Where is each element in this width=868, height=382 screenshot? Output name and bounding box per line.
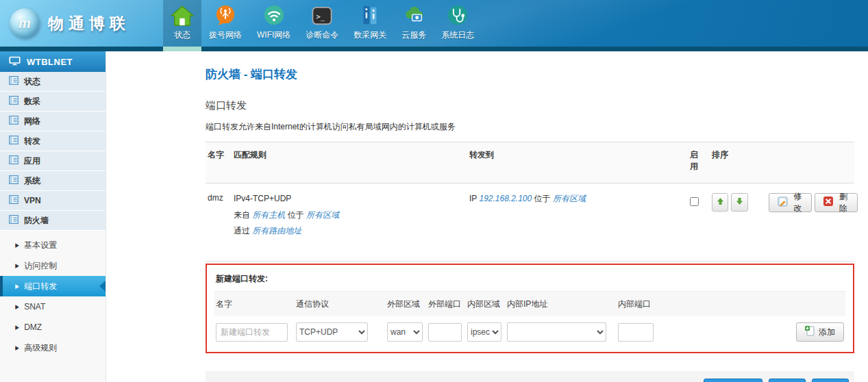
device-name: WTBLNET <box>27 57 73 67</box>
caret-right-icon: ▶ <box>15 344 19 351</box>
save-apply-button[interactable]: 保存&应用 <box>704 379 762 382</box>
col-header-sort: 排序 <box>712 149 852 173</box>
section-title: 端口转发 <box>206 99 854 112</box>
rule-protocol: IPv4-TCP+UDP <box>234 193 469 205</box>
label-name: 名字 <box>216 298 296 310</box>
rule-actions-cell: 修改 删除 <box>712 193 859 212</box>
brand-globe-icon: m <box>10 8 40 38</box>
sidebar-subitem-access-control[interactable]: ▶ 访问控制 <box>0 255 106 276</box>
list-icon <box>9 175 18 186</box>
external-port-input[interactable] <box>428 323 462 342</box>
rule-match-cell: IPv4-TCP+UDP 来自 所有主机 位于 所有区域 通过 所有路由地址 <box>234 193 469 242</box>
list-icon <box>9 96 18 107</box>
port-forward-table: 名字 匹配规则 转发到 启用 排序 dmz IPv4-TCP+UDP 来自 所有… <box>206 142 854 262</box>
caret-right-icon: ▶ <box>15 283 19 290</box>
tab-data-gateway[interactable]: 数采网关 <box>346 0 394 47</box>
page-title: 防火墙 - 端口转发 <box>206 66 854 82</box>
col-header-match: 匹配规则 <box>234 149 469 173</box>
move-up-button[interactable] <box>712 193 728 212</box>
tab-status[interactable]: 状态 <box>163 0 201 47</box>
forward-zone-link[interactable]: 所有区域 <box>553 194 586 203</box>
router-admin-page: m 物通博联 状态 拨号网络 WIFI网络 <box>0 0 868 382</box>
arrow-up-icon <box>717 197 724 207</box>
sidebar-item-status[interactable]: 状态 <box>0 72 106 92</box>
add-button[interactable]: 添加 <box>796 322 844 342</box>
external-zone-select[interactable]: wan <box>387 322 423 342</box>
col-header-name: 名字 <box>208 149 234 173</box>
sidebar-item-forward[interactable]: 转发 <box>0 131 106 151</box>
tab-system-log[interactable]: 系统日志 <box>434 0 482 47</box>
new-forward-labels-row: 名字 通信协议 外部区域 外部端口 内部区域 内部IP地址 内部端口 <box>214 292 845 316</box>
label-protocol: 通信协议 <box>296 298 387 310</box>
monitor-icon <box>9 56 21 68</box>
firewall-submenu: ▶ 基本设置 ▶ 访问控制 ▶ 端口转发 ▶ SNAT ▶ DMZ ▶ 高级规则 <box>0 231 106 358</box>
caret-right-icon: ▶ <box>15 262 19 269</box>
table-row: dmz IPv4-TCP+UDP 来自 所有主机 位于 所有区域 通过 所有路由… <box>206 183 854 262</box>
bottom-action-bar: 保存&应用 保存 复位 <box>206 371 854 382</box>
rule-name: dmz <box>208 193 234 203</box>
sidebar-item-network[interactable]: 网络 <box>0 112 106 131</box>
col-header-forward: 转发到 <box>469 149 690 173</box>
arrow-down-icon <box>736 197 743 207</box>
svg-text:>_: >_ <box>317 12 325 21</box>
rule-enable-checkbox[interactable] <box>690 197 699 206</box>
sidebar-item-vpn[interactable]: VPN <box>0 191 106 211</box>
move-down-button[interactable] <box>731 193 747 212</box>
device-name-header: WTBLNET <box>0 51 106 72</box>
tab-cloud-service[interactable]: 云服务 <box>394 0 434 47</box>
caret-right-icon: ▶ <box>15 303 19 310</box>
nav-tabs: 状态 拨号网络 WIFI网络 >_ 诊断命令 <box>163 0 482 47</box>
dial-network-icon <box>214 1 236 26</box>
label-internal-ip: 内部IP地址 <box>507 298 618 310</box>
home-icon <box>171 1 194 26</box>
sidebar-subitem-snat[interactable]: ▶ SNAT <box>0 296 106 317</box>
name-input[interactable] <box>216 323 288 342</box>
gateway-icon <box>359 1 381 26</box>
stethoscope-icon <box>447 1 469 26</box>
section-description: 端口转发允许来自Internet的计算机访问私有局域网内的计算机或服务 <box>206 121 854 133</box>
sidebar-item-system[interactable]: 系统 <box>0 171 106 191</box>
top-navbar: m 物通博联 状态 拨号网络 WIFI网络 <box>0 0 868 51</box>
sidebar-item-application[interactable]: 应用 <box>0 151 106 171</box>
list-icon <box>9 116 18 127</box>
terminal-icon: >_ <box>311 1 333 26</box>
list-icon <box>9 136 18 147</box>
save-button[interactable]: 保存 <box>769 379 806 382</box>
add-page-icon <box>805 326 815 338</box>
source-host-link[interactable]: 所有主机 <box>252 210 285 220</box>
main-content: 防火墙 - 端口转发 端口转发 端口转发允许来自Internet的计算机访问私有… <box>106 51 868 382</box>
reset-button[interactable]: 复位 <box>812 379 849 382</box>
edit-rule-button[interactable]: 修改 <box>769 193 812 212</box>
protocol-select[interactable]: TCP+UDP <box>296 322 368 342</box>
sidebar: WTBLNET 状态 数采 网络 转发 应用 系统 VPN <box>0 51 106 382</box>
list-icon <box>9 155 18 166</box>
table-header-row: 名字 匹配规则 转发到 启用 排序 <box>206 142 854 183</box>
tab-wifi-network[interactable]: WIFI网络 <box>249 0 298 47</box>
sidebar-subitem-advanced-rules[interactable]: ▶ 高级规则 <box>0 338 106 358</box>
forward-ip-link[interactable]: 192.168.2.100 <box>479 194 532 203</box>
label-internal-port: 内部端口 <box>618 298 656 310</box>
sidebar-item-firewall[interactable]: 防火墙 <box>0 211 106 231</box>
sidebar-subitem-port-forward[interactable]: ▶ 端口转发 <box>0 276 106 296</box>
label-external-port: 外部端口 <box>428 298 467 310</box>
internal-port-input[interactable] <box>618 323 654 342</box>
brand-logo: m 物通博联 <box>0 0 163 47</box>
source-zone-link[interactable]: 所有区域 <box>306 210 339 220</box>
edit-pencil-icon <box>778 196 788 209</box>
tab-dial-network[interactable]: 拨号网络 <box>201 0 249 47</box>
caret-right-icon: ▶ <box>15 242 19 249</box>
route-address-link[interactable]: 所有路由地址 <box>252 226 301 235</box>
sidebar-item-data-collect[interactable]: 数采 <box>0 92 106 112</box>
wifi-icon <box>263 1 285 26</box>
rule-enable-cell <box>690 193 712 208</box>
rule-forward-cell: IP 192.168.2.100 位于 所有区域 <box>469 193 690 205</box>
delete-rule-button[interactable]: 删除 <box>815 193 858 212</box>
tab-diagnostic-command[interactable]: >_ 诊断命令 <box>298 0 346 47</box>
new-port-forward-panel: 新建端口转发: 名字 通信协议 外部区域 外部端口 内部区域 内部IP地址 内部… <box>206 264 854 353</box>
new-forward-controls-row: TCP+UDP wan ipsec <box>214 316 845 343</box>
cloud-icon <box>402 1 425 26</box>
internal-zone-select[interactable]: ipsec <box>467 322 501 342</box>
sidebar-subitem-dmz[interactable]: ▶ DMZ <box>0 317 106 338</box>
internal-ip-select[interactable] <box>507 322 606 342</box>
sidebar-subitem-basic-settings[interactable]: ▶ 基本设置 <box>0 235 106 255</box>
